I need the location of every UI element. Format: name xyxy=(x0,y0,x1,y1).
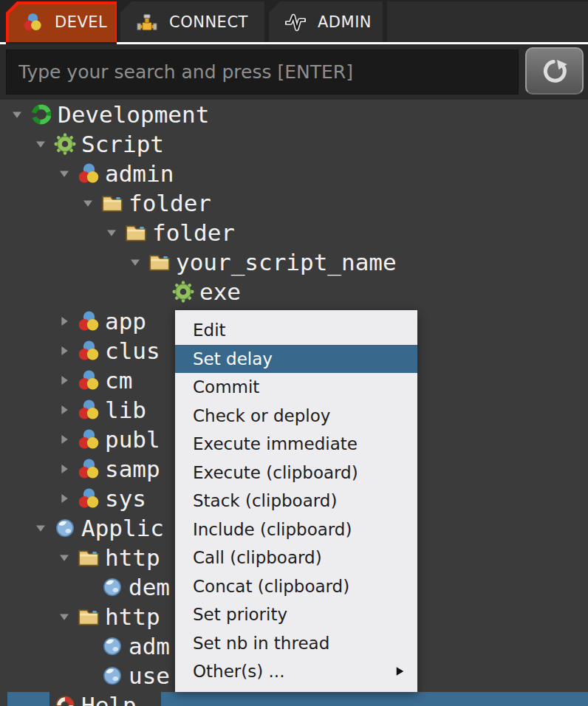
menu-item-label: Other(s) ... xyxy=(193,662,284,681)
package-icon xyxy=(77,339,100,363)
gear-icon xyxy=(171,280,195,304)
tab-label: CONNECT xyxy=(169,13,248,31)
tab-devel[interactable]: DEVEL xyxy=(6,1,117,42)
tree-item-label: Script xyxy=(81,129,164,159)
tree-item-label: clus xyxy=(105,336,160,366)
menu-item-set-nb-in-thread[interactable]: Set nb in thread xyxy=(175,629,417,658)
arrow-spacer xyxy=(81,661,100,690)
menu-item-concat-clipboard[interactable]: Concat (clipboard) xyxy=(175,572,417,601)
menu-item-set-priority[interactable]: Set priority xyxy=(175,600,417,629)
arrow-spacer xyxy=(34,690,53,706)
chevron-right-icon[interactable] xyxy=(58,306,77,336)
tree-row-your-script-name[interactable]: your_script_name xyxy=(0,247,588,277)
menu-item-label: Edit xyxy=(193,321,226,340)
chevron-down-icon[interactable] xyxy=(58,543,77,572)
menu-item-label: Check or deploy xyxy=(193,406,330,425)
tree-item-label: http xyxy=(105,543,160,572)
devel-icon xyxy=(22,12,43,32)
chevron-right-icon[interactable] xyxy=(58,336,77,366)
tree-item-label: admin xyxy=(105,159,174,188)
tree-item-label: your_script_name xyxy=(176,247,397,277)
tab-admin[interactable]: ADMIN xyxy=(269,1,383,42)
chevron-down-icon[interactable] xyxy=(81,188,100,218)
tree-item-label: samp xyxy=(105,454,160,484)
menu-item-commit[interactable]: Commit xyxy=(175,373,417,402)
menu-item-edit[interactable]: Edit xyxy=(175,316,417,345)
tree-row-admin[interactable]: admin xyxy=(0,159,588,188)
menu-item-label: Include (clipboard) xyxy=(193,520,352,539)
tree-item-label: publ xyxy=(105,425,160,454)
menu-item-label: Execute (clipboard) xyxy=(193,463,358,482)
menu-item-set-delay[interactable]: Set delay xyxy=(175,345,417,374)
search-input[interactable] xyxy=(6,49,519,95)
tree-item-label: Development xyxy=(58,100,209,129)
gear-icon xyxy=(53,132,77,156)
tree-item-label: Applic xyxy=(81,513,164,543)
refresh-icon xyxy=(541,58,568,84)
search-bar xyxy=(0,44,588,100)
menu-item-label: Commit xyxy=(193,377,259,397)
tree-row-development[interactable]: Development xyxy=(0,100,588,129)
tree-row-folder[interactable]: folder xyxy=(0,218,588,247)
tree-item-label: app xyxy=(105,306,146,336)
tree-row-folder[interactable]: folder xyxy=(0,188,588,218)
menu-item-execute-immediate[interactable]: Execute immediate xyxy=(175,430,417,459)
tree-row-script[interactable]: Script xyxy=(0,129,588,159)
tab-content: DEVEL xyxy=(6,1,117,42)
chevron-down-icon[interactable] xyxy=(129,247,148,277)
chevron-down-icon[interactable] xyxy=(34,513,53,543)
menu-item-check-or-deploy[interactable]: Check or deploy xyxy=(175,402,417,431)
package-icon xyxy=(77,487,100,510)
connect-icon xyxy=(137,12,157,32)
menu-item-other-s[interactable]: Other(s) ... xyxy=(175,657,417,686)
folder-icon xyxy=(148,250,171,274)
package-icon xyxy=(77,369,100,392)
chevron-down-icon[interactable] xyxy=(10,100,30,129)
menu-item-call-clipboard[interactable]: Call (clipboard) xyxy=(175,544,417,572)
menu-item-stack-clipboard[interactable]: Stack (clipboard) xyxy=(175,487,417,515)
chevron-down-icon[interactable] xyxy=(34,129,53,159)
package-icon xyxy=(77,428,100,451)
tab-label: DEVEL xyxy=(55,13,107,31)
chevron-right-icon[interactable] xyxy=(58,395,77,425)
tree-row-exe[interactable]: exe xyxy=(0,277,588,306)
globe-icon xyxy=(100,575,124,599)
chevron-right-icon[interactable] xyxy=(58,425,77,454)
menu-item-include-clipboard[interactable]: Include (clipboard) xyxy=(175,515,417,544)
tree-row-help[interactable]: Help xyxy=(0,690,588,706)
project-icon xyxy=(30,103,53,126)
arrow-spacer xyxy=(81,631,100,661)
folder-icon xyxy=(100,191,124,215)
globe-icon xyxy=(53,516,77,540)
chevron-down-icon[interactable] xyxy=(58,159,77,188)
tree-item-label: use xyxy=(129,661,170,690)
menu-item-label: Set priority xyxy=(193,605,287,624)
tree-item-label: cm xyxy=(105,366,132,395)
menu-item-label: Execute immediate xyxy=(193,434,358,453)
globe-icon xyxy=(100,634,124,658)
chevron-right-icon[interactable] xyxy=(58,454,77,484)
arrow-spacer xyxy=(152,277,171,306)
menu-item-label: Set delay xyxy=(193,349,273,369)
chevron-right-icon[interactable] xyxy=(58,366,77,395)
refresh-button[interactable] xyxy=(525,47,584,95)
admin-icon xyxy=(285,12,306,32)
package-icon xyxy=(77,457,100,481)
tree-item-label: folder xyxy=(152,218,235,247)
arrow-spacer xyxy=(81,572,100,602)
submenu-arrow-icon xyxy=(394,665,406,678)
package-icon xyxy=(77,162,100,185)
tab-label: ADMIN xyxy=(318,13,372,31)
tab-connect[interactable]: CONNECT xyxy=(120,1,264,42)
tree-item-label: adm xyxy=(129,631,170,661)
context-menu: EditSet delayCommitCheck or deployExecut… xyxy=(175,310,417,692)
tab-content: ADMIN xyxy=(269,1,383,42)
folder-icon xyxy=(77,546,100,569)
menu-item-execute-clipboard[interactable]: Execute (clipboard) xyxy=(175,459,417,487)
chevron-down-icon[interactable] xyxy=(58,602,77,631)
menu-item-label: Stack (clipboard) xyxy=(193,491,337,510)
folder-icon xyxy=(124,221,148,244)
chevron-down-icon[interactable] xyxy=(105,218,124,247)
chevron-right-icon[interactable] xyxy=(58,484,77,513)
tab-bar: DEVELCONNECTADMIN xyxy=(0,0,588,44)
